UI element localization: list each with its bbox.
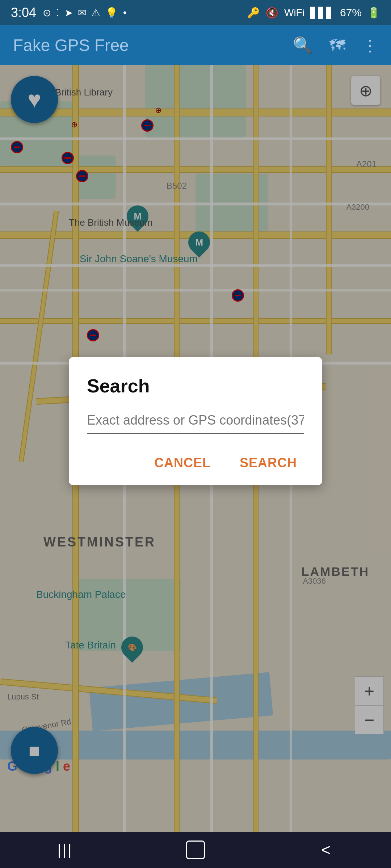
location-icon: ⊙ [43, 7, 51, 19]
status-bar-right: 🔑 🔇 WiFi ▋▋▋ 67% 🔋 [247, 7, 380, 19]
status-time: 3:04 [11, 5, 36, 20]
warning-icon: ⚠ [91, 7, 100, 19]
status-bar: 3:04 ⊙ ⁚ ➤ ✉ ⚠ 💡 • 🔑 🔇 WiFi ▋▋▋ 67% 🔋 [0, 0, 391, 25]
search-input[interactable] [87, 411, 304, 429]
mute-icon: 🔇 [266, 7, 278, 19]
battery-text: 67% [340, 7, 362, 19]
dot-icon: • [123, 7, 127, 18]
cancel-button[interactable]: CANCEL [147, 452, 218, 475]
more-icon[interactable]: ⋮ [362, 36, 378, 55]
dialog-title: Search [87, 375, 304, 397]
key-icon: 🔑 [247, 7, 260, 19]
signal-icon: ▋▋▋ [310, 7, 334, 19]
dialog-input-container[interactable] [87, 411, 304, 434]
recent-apps-button[interactable]: ||| [51, 835, 80, 864]
search-button[interactable]: SEARCH [232, 452, 304, 475]
dialog-buttons: CANCEL SEARCH [87, 452, 304, 475]
back-icon: < [321, 841, 331, 859]
email-icon: ✉ [78, 7, 86, 19]
search-dialog: Search CANCEL SEARCH [69, 357, 322, 485]
battery-icon: 🔋 [367, 7, 380, 19]
home-icon [186, 841, 205, 859]
app-title: Fake GPS Free [13, 35, 293, 55]
search-icon[interactable]: 🔍 [293, 36, 313, 55]
bulb-icon: 💡 [105, 7, 118, 19]
status-icons: ⊙ ⁚ ➤ ✉ ⚠ 💡 • [43, 7, 127, 19]
recent-icon: ||| [57, 842, 73, 858]
dots-icon: ⁚ [56, 7, 59, 19]
send-icon: ➤ [64, 7, 73, 19]
app-bar-icons: 🔍 🗺 ⋮ [293, 36, 378, 55]
back-button[interactable]: < [311, 835, 340, 864]
wifi-icon: WiFi [284, 7, 304, 18]
status-bar-left: 3:04 ⊙ ⁚ ➤ ✉ ⚠ 💡 • [11, 5, 127, 20]
app-bar: Fake GPS Free 🔍 🗺 ⋮ [0, 25, 391, 65]
map-icon[interactable]: 🗺 [329, 36, 345, 54]
bottom-nav: ||| < [0, 832, 391, 868]
home-button[interactable] [181, 835, 210, 864]
